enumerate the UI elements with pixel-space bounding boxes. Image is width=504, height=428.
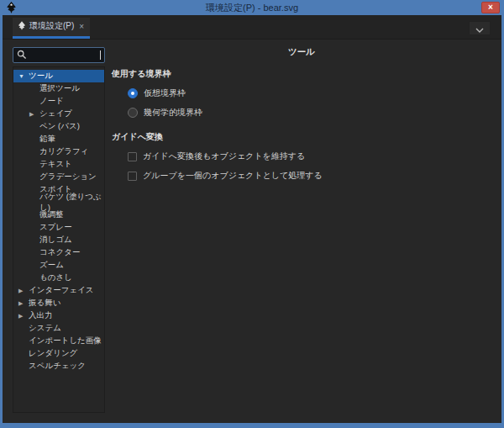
titlebar: 環境設定(P) - bear.svg ×: [0, 0, 504, 15]
inkscape-logo-icon: [18, 21, 26, 32]
tree-item-label: テキスト: [39, 159, 72, 170]
tree-item-label: 鉛筆: [39, 134, 55, 145]
radio-option-label: 幾何学的境界枠: [144, 107, 202, 119]
tree-item[interactable]: バケツ (塗りつぶし): [13, 196, 104, 209]
checkbox-option-label: ガイドへ変換後もオブジェクトを維持する: [143, 151, 305, 162]
triangle-right-icon[interactable]: ▶: [18, 288, 29, 294]
tree-item[interactable]: コネクター: [13, 246, 104, 259]
checkbox-option-treat-group-as-single[interactable]: グループを一個のオブジェクトとして処理する: [128, 170, 491, 182]
tree-item-label: インターフェイス: [29, 285, 94, 296]
radio-unselected-icon[interactable]: [128, 108, 138, 118]
triangle-right-icon[interactable]: ▶: [29, 111, 39, 118]
tree-item[interactable]: ▶シェイプ: [13, 108, 104, 120]
tree-item-label: スペルチェック: [29, 361, 86, 372]
tree-item[interactable]: グラデーション: [13, 171, 104, 183]
search-icon: [17, 48, 27, 63]
chevron-down-icon: [475, 21, 484, 36]
tree-item[interactable]: ペン (パス): [13, 120, 104, 133]
page-title: ツール: [112, 46, 491, 58]
main-panel: ツール 使用する境界枠 仮想境界枠 幾何学的境界枠 ガイドへ変換 ガイドへ変換後…: [105, 40, 501, 423]
tree-item[interactable]: スプレー: [13, 221, 104, 234]
tree-item-label: ペン (パス): [39, 121, 80, 132]
radio-option-label: 仮想境界枠: [144, 87, 186, 99]
triangle-down-icon[interactable]: ▼: [18, 73, 29, 79]
tree-item-label: 選択ツール: [39, 83, 80, 94]
tree-item-label: スプレー: [39, 222, 72, 233]
tree-item[interactable]: ズーム: [13, 259, 104, 272]
tree-item-label: コネクター: [39, 247, 80, 258]
tab-label: 環境設定(P): [29, 20, 74, 32]
tree-item-label: 微調整: [39, 209, 64, 220]
checkbox-unchecked-icon[interactable]: [128, 152, 137, 161]
tab-overflow-button[interactable]: [469, 21, 491, 35]
tree-item[interactable]: ▼ツール: [13, 70, 104, 82]
search-box[interactable]: [13, 47, 105, 63]
tree-item-label: インポートした画像: [29, 336, 102, 346]
preferences-tree: ▼ツール選択ツールノード▶シェイプペン (パス)鉛筆カリグラフィテキストグラデー…: [13, 66, 105, 413]
tree-item-label: シェイプ: [39, 108, 72, 119]
tree-item[interactable]: ▶振る舞い: [13, 297, 104, 309]
tree-item[interactable]: インポートした画像: [13, 335, 104, 347]
text-caret: [100, 50, 101, 60]
tree-item-label: カリグラフィ: [39, 146, 88, 157]
tree-item[interactable]: テキスト: [13, 158, 104, 171]
tree-item[interactable]: ものさし: [13, 272, 104, 284]
checkbox-option-label: グループを一個のオブジェクトとして処理する: [143, 170, 323, 182]
tree-item[interactable]: カリグラフィ: [13, 145, 104, 158]
tree-item[interactable]: レンダリング: [13, 347, 104, 360]
tree-item-label: ツール: [29, 71, 53, 82]
tree-item[interactable]: システム: [13, 322, 104, 335]
section-heading-convert-to-guides: ガイドへ変換: [112, 131, 491, 143]
tree-item-label: ズーム: [39, 260, 64, 271]
tree-item-label: システム: [29, 323, 61, 334]
tree-item-label: 入出力: [29, 310, 53, 321]
triangle-right-icon[interactable]: ▶: [18, 313, 29, 320]
tree-item-label: 消しゴム: [39, 235, 72, 246]
radio-selected-icon[interactable]: [128, 88, 138, 98]
window-close-button[interactable]: ×: [481, 2, 500, 13]
checkbox-unchecked-icon[interactable]: [128, 172, 137, 181]
window-title: 環境設定(P) - bear.svg: [0, 0, 504, 15]
tree-item[interactable]: ノード: [13, 95, 104, 108]
tree-item[interactable]: スペルチェック: [13, 360, 104, 373]
tab-preferences[interactable]: 環境設定(P) ×: [13, 18, 90, 39]
section-heading-bounding-box: 使用する境界枠: [112, 68, 491, 80]
tree-item[interactable]: 選択ツール: [13, 82, 104, 95]
tree-item-label: レンダリング: [29, 348, 77, 359]
radio-option-visual-bbox[interactable]: 仮想境界枠: [128, 87, 491, 99]
tab-bar: 環境設定(P) ×: [3, 15, 501, 40]
triangle-right-icon[interactable]: ▶: [18, 300, 29, 307]
checkbox-option-keep-objects[interactable]: ガイドへ変換後もオブジェクトを維持する: [128, 151, 491, 162]
radio-option-geometric-bbox[interactable]: 幾何学的境界枠: [128, 107, 491, 119]
sidebar: ▼ツール選択ツールノード▶シェイプペン (パス)鉛筆カリグラフィテキストグラデー…: [13, 40, 105, 423]
preferences-body: ▼ツール選択ツールノード▶シェイプペン (パス)鉛筆カリグラフィテキストグラデー…: [3, 40, 501, 423]
tree-item-label: ものさし: [39, 272, 72, 283]
tab-close-icon[interactable]: ×: [79, 22, 84, 31]
client-area: 環境設定(P) ×: [3, 15, 501, 423]
tree-item-label: 振る舞い: [29, 298, 60, 309]
tree-item[interactable]: ▶インターフェイス: [13, 284, 104, 297]
tree-item[interactable]: 消しゴム: [13, 234, 104, 246]
preferences-window: 環境設定(P) - bear.svg × 環境設定(P) ×: [0, 0, 504, 428]
tree-item[interactable]: ▶入出力: [13, 309, 104, 322]
tree-item-label: ノード: [39, 96, 64, 107]
tree-item-label: グラデーション: [39, 172, 97, 182]
tree-item[interactable]: 鉛筆: [13, 133, 104, 145]
